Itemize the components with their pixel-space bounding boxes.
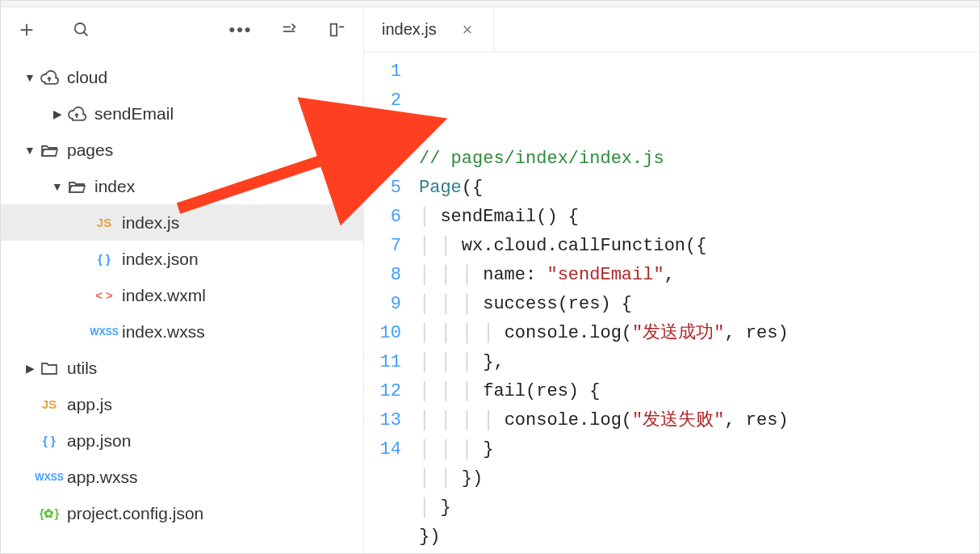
token-comment: // pages/index/index.js	[419, 149, 664, 169]
js-icon: JS	[36, 397, 62, 411]
tree-item-app-wxss[interactable]: WXSSapp.wxss	[1, 459, 363, 495]
svg-rect-6	[331, 24, 337, 36]
token-string: "sendEmail"	[547, 265, 664, 285]
tree-item-label: cloud	[67, 68, 107, 87]
tree-item-label: index.js	[122, 213, 179, 233]
code-content[interactable]: // pages/index/index.jsPage({│ sendEmail…	[413, 52, 789, 553]
editor-pane: index.js × 1234567891011121314 // pages/…	[364, 7, 979, 553]
line-number: 12	[364, 377, 401, 406]
line-number: 10	[364, 319, 401, 348]
close-icon[interactable]: ×	[459, 22, 475, 38]
line-number: 7	[364, 232, 401, 261]
tree-item-label: utils	[67, 359, 97, 378]
code-line[interactable]: │ │ │ name: "sendEmail",	[419, 261, 789, 290]
split-editor-icon[interactable]	[326, 19, 349, 41]
cloud-icon	[36, 68, 62, 87]
code-line[interactable]: │ │ })	[419, 464, 789, 493]
line-number: 1	[364, 57, 401, 86]
tree-item-index-wxss[interactable]: WXSSindex.wxss	[1, 313, 363, 350]
code-line[interactable]: Page({	[419, 174, 789, 203]
tree-item-app-json[interactable]: { }app.json	[1, 422, 363, 459]
token-plain: fail(res) {	[483, 381, 600, 401]
search-icon[interactable]	[70, 19, 93, 41]
add-icon[interactable]	[15, 19, 38, 41]
tree-item-app-js[interactable]: JSapp.js	[1, 386, 363, 422]
line-number: 6	[364, 203, 401, 232]
tab-index-js[interactable]: index.js ×	[364, 7, 494, 52]
token-plain: })	[462, 468, 483, 489]
code-line[interactable]: │ │ │ │ console.log("发送失败", res)	[419, 406, 789, 435]
token-call: Page	[419, 178, 462, 198]
token-plain: sendEmail() {	[440, 207, 579, 227]
line-number: 11	[364, 348, 401, 377]
line-number: 8	[364, 261, 401, 290]
code-line[interactable]: │ sendEmail() {	[419, 203, 789, 232]
tree-item-utils[interactable]: ▶utils	[1, 350, 363, 386]
window-topbar	[1, 1, 979, 7]
chevron-right-icon[interactable]: ▶	[51, 107, 64, 120]
file-tree: ▼cloud▶sendEmailNode.js▼pages▼indexJSind…	[1, 52, 363, 553]
cloud-icon	[64, 104, 90, 124]
svg-line-3	[84, 32, 88, 36]
proj-icon: {✿}	[36, 506, 62, 521]
code-line[interactable]: │ }	[419, 493, 789, 523]
token-plain: success(res) {	[483, 294, 632, 314]
code-editor[interactable]: 1234567891011121314 // pages/index/index…	[364, 52, 979, 553]
tree-item-label: project.config.json	[67, 504, 203, 523]
token-plain: })	[419, 527, 440, 547]
explorer-toolbar: •••	[1, 7, 363, 52]
tree-item-project-config-json[interactable]: {✿}project.config.json	[1, 495, 363, 531]
more-icon[interactable]: •••	[229, 19, 252, 41]
tree-item-pages[interactable]: ▼pages	[1, 132, 363, 168]
folder-open-icon	[36, 141, 62, 160]
tree-item-index-js[interactable]: JSindex.js	[1, 204, 363, 241]
tree-item-sendEmail[interactable]: ▶sendEmailNode.js	[1, 95, 363, 132]
code-line[interactable]: })	[419, 523, 789, 552]
token-plain: ,	[664, 265, 675, 285]
tree-item-cloud[interactable]: ▼cloud	[1, 59, 363, 95]
line-number: 9	[364, 290, 401, 319]
line-number: 3	[364, 115, 401, 145]
code-line[interactable]: │ │ │ fail(res) {	[419, 377, 789, 406]
tree-item-index-json[interactable]: { }index.json	[1, 241, 363, 277]
js-icon: JS	[91, 216, 117, 229]
nodejs-badge: Node.js	[319, 108, 354, 120]
tree-item-index-wxml[interactable]: < >index.wxml	[1, 277, 363, 313]
code-line[interactable]: │ │ │ },	[419, 348, 789, 377]
code-line[interactable]: │ │ │ success(res) {	[419, 290, 789, 319]
tree-item-label: app.json	[67, 431, 131, 451]
chevron-right-icon[interactable]: ▶	[23, 362, 36, 375]
line-number: 2	[364, 86, 401, 115]
line-number: 4	[364, 145, 401, 174]
chevron-down-icon[interactable]: ▼	[23, 144, 36, 157]
code-line[interactable]: │ │ │ │ console.log("发送成功", res)	[419, 319, 789, 348]
token-plain: wx.cloud.callFunction({	[462, 236, 707, 256]
code-line[interactable]: │ │ │ }	[419, 435, 789, 464]
editor-tabs: index.js ×	[364, 7, 979, 52]
json-icon: { }	[36, 434, 62, 447]
token-plain: console.log(	[505, 410, 632, 430]
code-line[interactable]: // pages/index/index.js	[419, 145, 789, 174]
line-number: 13	[364, 406, 401, 435]
wxml-icon: < >	[91, 288, 117, 302]
token-plain: console.log(	[505, 323, 632, 343]
tree-item-index[interactable]: ▼index	[1, 168, 363, 204]
collapse-all-icon[interactable]	[278, 19, 300, 41]
chevron-down-icon[interactable]: ▼	[23, 71, 36, 84]
token-plain: ({	[462, 178, 483, 198]
wxss-icon: WXSS	[91, 326, 117, 338]
token-string: "发送失败"	[632, 410, 724, 430]
token-plain: name:	[483, 265, 547, 285]
token-string: "发送成功"	[632, 323, 724, 343]
file-explorer: ••• ▼cloud▶sendEmailNode.js▼pages▼indexJ…	[1, 7, 364, 553]
token-plain: },	[483, 352, 504, 372]
tree-item-label: pages	[67, 141, 113, 160]
tree-item-label: index.wxss	[122, 322, 205, 342]
folder-open-icon	[64, 177, 90, 196]
tree-item-label: index	[94, 177, 135, 196]
folder-icon	[36, 359, 62, 378]
chevron-down-icon[interactable]: ▼	[51, 180, 64, 193]
token-plain: , res)	[724, 323, 788, 343]
wxss-icon: WXSS	[36, 472, 62, 483]
code-line[interactable]: │ │ wx.cloud.callFunction({	[419, 232, 789, 261]
